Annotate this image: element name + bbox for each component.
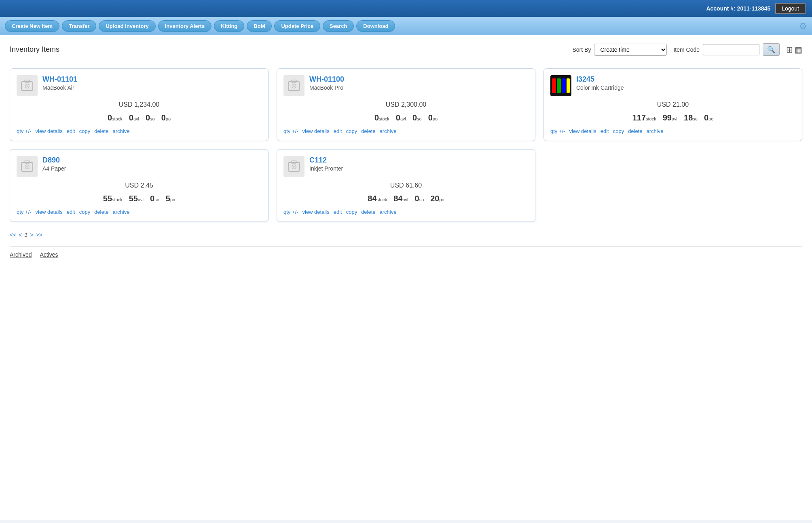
actives-tab[interactable]: Actives [40, 251, 58, 258]
so-stat: 0so [412, 113, 422, 122]
action-view-details[interactable]: view details [36, 128, 63, 134]
action-view-details[interactable]: view details [302, 128, 330, 134]
action-edit[interactable]: edit [67, 209, 75, 215]
sort-select[interactable]: Create time Item Code Item Name Price [594, 44, 667, 56]
svg-point-3 [26, 85, 28, 87]
first-page-link[interactable]: << [10, 232, 16, 238]
upload-inventory-button[interactable]: Upload Inventory [99, 20, 155, 32]
logout-button[interactable]: Logout [775, 3, 806, 14]
action-copy[interactable]: copy [79, 128, 90, 134]
action-view-details[interactable]: view details [569, 128, 596, 134]
item-card-header: WH-01100 MacBook Pro [283, 75, 529, 96]
action-copy[interactable]: copy [346, 128, 357, 134]
item-card: WH-01100 MacBook Pro USD 2,300.00 0stock… [277, 68, 535, 141]
update-price-button[interactable]: Update Price [274, 20, 320, 32]
item-actions: qty +/-view detailseditcopydeletearchive [550, 128, 795, 134]
item-code-link[interactable]: WH-01100 [309, 75, 344, 83]
item-price: USD 61.60 [283, 182, 529, 189]
item-card: I3245 Color Ink Cartridge USD 21.00 117s… [543, 68, 802, 141]
action-copy[interactable]: copy [613, 128, 624, 134]
settings-icon[interactable]: ⚙ [799, 21, 807, 32]
item-info: WH-01100 MacBook Pro [309, 75, 529, 91]
stock-stat: 55stock [103, 194, 123, 203]
last-page-link[interactable]: >> [36, 232, 42, 238]
next-page-link[interactable]: > [30, 232, 33, 238]
item-actions: qty +/-view detailseditcopydeletearchive [283, 128, 529, 134]
item-card: WH-01101 MacBook Air USD 1,234.00 0stock… [10, 68, 269, 141]
item-stats: 0stock 0avl 0so 0po [283, 113, 529, 122]
svg-rect-10 [557, 78, 561, 93]
top-bar: Account #: 2011-113845 Logout [0, 0, 812, 17]
inventory-alerts-button[interactable]: Inventory Alerts [158, 20, 212, 32]
kitting-button[interactable]: Kitting [214, 20, 244, 32]
action-delete[interactable]: delete [94, 128, 108, 134]
item-actions: qty +/-view detailseditcopydeletearchive [17, 128, 262, 134]
sort-section: Sort By Create time Item Code Item Name … [573, 44, 667, 56]
archived-tab[interactable]: Archived [10, 251, 32, 258]
item-name: MacBook Pro [309, 84, 529, 91]
action-view-details[interactable]: view details [36, 209, 63, 215]
action-archive[interactable]: archive [380, 209, 397, 215]
item-card-header: I3245 Color Ink Cartridge [550, 75, 795, 96]
prev-page-link[interactable]: < [19, 232, 22, 238]
item-code-input[interactable] [703, 44, 759, 55]
item-name: MacBook Air [42, 84, 262, 91]
action-qty-+-[interactable]: qty +/- [17, 128, 32, 134]
action-delete[interactable]: delete [361, 128, 375, 134]
action-edit[interactable]: edit [334, 128, 342, 134]
item-code-link[interactable]: I3245 [576, 75, 594, 83]
stock-stat: 0stock [108, 113, 123, 122]
item-info: I3245 Color Ink Cartridge [576, 75, 795, 91]
action-qty-+-[interactable]: qty +/- [283, 209, 298, 215]
item-card: C112 Inkjet Pronter USD 61.60 84stock 84… [277, 149, 535, 222]
download-button[interactable]: Download [356, 20, 395, 32]
stock-stat: 84stock [368, 194, 387, 203]
item-image [550, 75, 571, 96]
action-copy[interactable]: copy [346, 209, 357, 215]
inventory-title: Inventory Items [10, 45, 59, 54]
action-qty-+-[interactable]: qty +/- [283, 128, 298, 134]
items-grid: WH-01101 MacBook Air USD 1,234.00 0stock… [10, 68, 802, 222]
item-info: C112 Inkjet Pronter [309, 156, 529, 172]
action-archive[interactable]: archive [647, 128, 664, 134]
action-edit[interactable]: edit [601, 128, 609, 134]
so-stat: 18so [684, 113, 698, 122]
account-info: Account #: 2011-113845 [706, 5, 770, 12]
action-archive[interactable]: archive [113, 128, 130, 134]
nav-bar: Create New Item Transfer Upload Inventor… [0, 17, 812, 35]
action-delete[interactable]: delete [628, 128, 642, 134]
item-code-search-button[interactable]: 🔍 [763, 43, 780, 56]
action-copy[interactable]: copy [79, 209, 90, 215]
po-stat: 0po [428, 113, 438, 122]
item-code-link[interactable]: D890 [42, 156, 60, 164]
action-edit[interactable]: edit [67, 128, 75, 134]
search-button[interactable]: Search [323, 20, 354, 32]
action-archive[interactable]: archive [380, 128, 397, 134]
item-stats: 55stock 55avl 0so 5po [17, 194, 262, 203]
po-stat: 0po [704, 113, 713, 122]
action-view-details[interactable]: view details [302, 209, 330, 215]
action-delete[interactable]: delete [361, 209, 375, 215]
item-code-label: Item Code [673, 46, 700, 53]
action-delete[interactable]: delete [94, 209, 108, 215]
item-code-link[interactable]: C112 [309, 156, 327, 164]
item-card-header: WH-01101 MacBook Air [17, 75, 262, 96]
action-archive[interactable]: archive [113, 209, 130, 215]
action-qty-+-[interactable]: qty +/- [550, 128, 565, 134]
item-code-link[interactable]: WH-01101 [42, 75, 77, 83]
item-name: A4 Paper [42, 165, 262, 172]
item-actions: qty +/-view detailseditcopydeletearchive [17, 209, 262, 215]
create-new-item-button[interactable]: Create New Item [5, 20, 59, 32]
item-card-header: C112 Inkjet Pronter [283, 156, 529, 177]
so-stat: 0so [146, 113, 155, 122]
list-view-icon[interactable]: ▦ [795, 45, 802, 55]
so-stat: 0so [415, 194, 424, 203]
action-edit[interactable]: edit [334, 209, 342, 215]
po-stat: 5po [166, 194, 175, 203]
bom-button[interactable]: BoM [247, 20, 272, 32]
grid-view-icon[interactable]: ⊞ [786, 45, 793, 55]
stock-stat: 0stock [374, 113, 389, 122]
action-qty-+-[interactable]: qty +/- [17, 209, 32, 215]
transfer-button[interactable]: Transfer [62, 20, 96, 32]
item-actions: qty +/-view detailseditcopydeletearchive [283, 209, 529, 215]
